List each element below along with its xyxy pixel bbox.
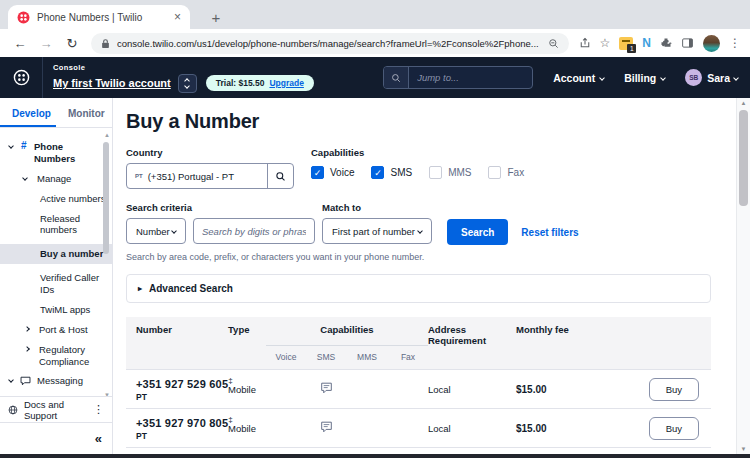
col-fee: Monthly fee [516,324,596,346]
checkbox-unchecked-icon[interactable] [488,166,501,179]
sidebar-item-label: Manage [37,173,71,184]
sidebar-item-label: Regulatory Compliance [39,344,99,368]
billing-menu[interactable]: Billing [624,72,665,84]
phone-number: +351 927 970 805‡ [136,415,228,429]
extension-yellow-icon[interactable]: 1 [619,37,633,50]
sms-capability-icon [306,419,346,437]
capability-sms-checkbox[interactable]: ✓ SMS [371,166,412,179]
phone-number: +351 927 529 605‡ [136,376,228,390]
tab-develop[interactable]: Develop [0,98,56,127]
checkbox-checked-icon[interactable]: ✓ [371,166,384,179]
side-panel-icon[interactable] [681,37,694,49]
bookmark-star-icon[interactable]: ☆ [600,36,611,50]
criteria-search-input[interactable] [193,218,315,244]
lock-icon [101,38,110,49]
sidebar-item-manage[interactable]: Manage [0,173,112,185]
new-tab-button[interactable]: + [204,5,228,29]
buy-button[interactable]: Buy [649,378,699,401]
sidebar-item-label: Phone Numbers [34,141,86,165]
sidebar-item-phone-numbers[interactable]: # Phone Numbers [0,141,112,165]
match-to-select[interactable]: First part of number [322,218,432,244]
user-menu[interactable]: Sara [707,72,738,84]
tab-monitor[interactable]: Monitor [56,98,112,127]
extension-n-icon[interactable]: N [642,36,651,50]
zoom-out-icon[interactable] [548,38,559,49]
sidebar-item-released-numbers[interactable]: Released numbers [0,213,112,237]
chevron-down-icon [8,143,14,149]
address-bar[interactable]: console.twilio.com/us1/develop/phone-num… [91,33,569,54]
page-title: Buy a Number [126,110,736,133]
account-block: Console My first Twilio account Trial: $… [53,63,314,93]
browser-tab[interactable]: Phone Numbers | Twilio × [8,5,190,29]
window-bottom-edge [0,454,750,458]
chevron-down-icon [733,75,739,81]
extension-badge: 1 [627,44,636,53]
sidebar-item-port-host[interactable]: Port & Host [0,324,112,336]
scroll-down-icon[interactable]: ▼ [737,446,750,452]
collapse-sidebar-button[interactable]: « [95,431,102,446]
capabilities-label: Capabilities [311,147,524,158]
back-icon[interactable]: ← [9,36,31,51]
url-text: console.twilio.com/us1/develop/phone-num… [117,38,541,49]
reset-filters-link[interactable]: Reset filters [521,227,578,238]
twilio-logo-area[interactable] [0,57,43,98]
twilio-favicon-icon [17,11,30,24]
forward-icon[interactable]: → [35,36,57,51]
buy-button[interactable]: Buy [649,417,699,440]
account-menu[interactable]: Account [553,72,604,84]
browser-menu-kebab-icon[interactable]: ⋮ [729,36,741,50]
share-icon[interactable] [579,37,591,49]
advanced-search-toggle[interactable]: ▸ Advanced Search [126,274,711,303]
docs-kebab-icon[interactable]: ⋮ [93,403,104,416]
col-address: Address Requirement [428,324,516,346]
sidebar-item-label: Verified Caller IDs [40,272,100,296]
chevron-down-icon [417,228,423,234]
chevron-right-icon [24,346,30,352]
account-menu-label: Account [553,72,595,84]
scroll-up-icon[interactable]: ▲ [737,100,750,106]
sidebar-item-buy-a-number[interactable]: Buy a number [0,244,112,264]
browser-toolbar: ← → ↻ console.twilio.com/us1/develop/pho… [0,29,750,57]
page-scrollbar[interactable]: ▲ ▼ [736,98,750,454]
sidebar-scrollbar[interactable]: ▲ ▼ [102,134,110,392]
checkbox-unchecked-icon[interactable] [429,166,442,179]
search-button[interactable]: Search [447,219,508,245]
tab-title: Phone Numbers | Twilio [37,12,167,23]
country-combobox[interactable]: PT (+351) Portugal - PT [126,163,294,189]
browser-profile-avatar[interactable] [703,35,720,52]
account-name-link[interactable]: My first Twilio account [53,77,171,89]
sidebar-item-twiml-apps[interactable]: TwiML apps [0,304,112,316]
sidebar-item-active-numbers[interactable]: Active numbers [0,193,112,205]
browser-tab-strip: Phone Numbers | Twilio × + [0,0,750,29]
col-capabilities: Capabilities [266,324,428,346]
chevron-down-icon [184,83,190,89]
table-row: +351 927 529 605‡ PT Mobile Local $15.00… [126,369,711,408]
capability-mms-label: MMS [448,167,471,178]
jump-to-search[interactable] [383,66,533,89]
match-to-label: Match to [322,202,432,213]
capability-mms-checkbox[interactable]: MMS [429,166,471,179]
extensions-puzzle-icon[interactable] [660,37,672,49]
user-name-label: Sara [707,72,730,84]
capability-fax-checkbox[interactable]: Fax [488,166,524,179]
country-search-button[interactable] [267,164,293,188]
docs-and-support[interactable]: Docs and Support ⋮ [0,396,112,422]
sidebar-item-regulatory-compliance[interactable]: Regulatory Compliance [0,344,112,368]
upgrade-link[interactable]: Upgrade [269,78,303,88]
capability-voice-checkbox[interactable]: ✓ Voice [311,166,354,179]
sidebar-item-verified-caller-ids[interactable]: Verified Caller IDs [0,272,112,296]
criteria-type-select[interactable]: Number [126,218,186,244]
sidebar-footer: « [0,422,112,454]
sidebar-scrollbar-thumb[interactable] [103,142,109,254]
account-switcher-button[interactable] [178,74,197,93]
user-avatar[interactable]: SB [685,69,702,86]
table-row: +351 927 815 530‡ PT Mobile Local $15.00… [126,447,711,454]
sidebar-item-messaging[interactable]: Messaging [0,375,112,387]
toolbar-icon-group: ☆ 1 N ⋮ [577,35,741,52]
page-scrollbar-thumb[interactable] [739,110,748,206]
reload-icon[interactable]: ↻ [61,36,83,51]
tab-close-icon[interactable]: × [174,11,181,23]
scroll-up-icon[interactable]: ▲ [104,132,110,138]
checkbox-checked-icon[interactable]: ✓ [311,166,324,179]
jump-to-input[interactable] [409,72,519,83]
